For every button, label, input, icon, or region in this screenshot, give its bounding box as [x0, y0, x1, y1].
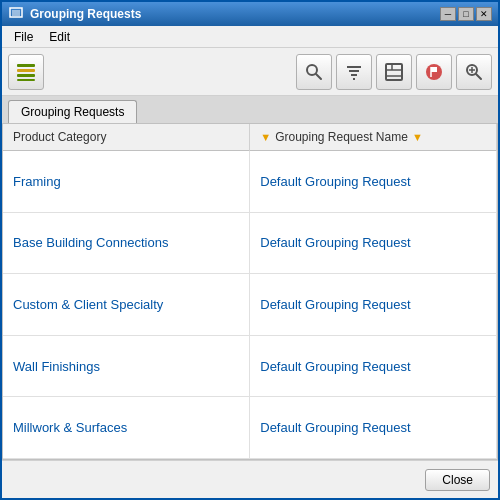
- grouping-request-name-link[interactable]: Default Grouping Request: [260, 297, 410, 312]
- expand-button[interactable]: [376, 54, 412, 90]
- grouping-request-name-link[interactable]: Default Grouping Request: [260, 235, 410, 250]
- bottom-bar: Close: [2, 460, 498, 498]
- menu-edit[interactable]: Edit: [41, 28, 78, 46]
- data-table: Product Category ▼ Grouping Request Name…: [3, 124, 497, 459]
- product-category-link[interactable]: Base Building Connections: [13, 235, 168, 250]
- list-view-button[interactable]: [8, 54, 44, 90]
- svg-line-9: [316, 74, 321, 79]
- svg-rect-14: [386, 64, 402, 80]
- column-header-grouping-request-name[interactable]: ▼ Grouping Request Name ▼: [250, 124, 497, 151]
- content-area: Product Category ▼ Grouping Request Name…: [2, 123, 498, 460]
- toolbar-left-group: [8, 54, 44, 90]
- app-icon: [8, 6, 24, 22]
- svg-rect-7: [17, 79, 35, 81]
- cell-grouping-request-name: Default Grouping Request: [250, 212, 497, 274]
- filter-list-button[interactable]: [336, 54, 372, 90]
- product-category-link[interactable]: Framing: [13, 174, 61, 189]
- tab-label: Grouping Requests: [21, 105, 124, 119]
- toolbar-right-group: [296, 54, 492, 90]
- toolbar: [2, 48, 498, 96]
- search-button[interactable]: [296, 54, 332, 90]
- cell-grouping-request-name: Default Grouping Request: [250, 335, 497, 397]
- minimize-button[interactable]: ─: [440, 7, 456, 21]
- cell-product-category: Custom & Client Specialty: [3, 274, 250, 336]
- svg-rect-5: [17, 69, 35, 72]
- grouping-requests-tab[interactable]: Grouping Requests: [8, 100, 137, 123]
- product-category-link[interactable]: Millwork & Surfaces: [13, 420, 127, 435]
- menu-bar: File Edit: [2, 26, 498, 48]
- svg-rect-6: [17, 74, 35, 77]
- table-row[interactable]: Wall FinishingsDefault Grouping Request: [3, 335, 497, 397]
- menu-file[interactable]: File: [6, 28, 41, 46]
- cell-product-category: Wall Finishings: [3, 335, 250, 397]
- cell-product-category: Framing: [3, 151, 250, 213]
- filter-active-icon: ▼: [412, 131, 423, 143]
- svg-line-21: [476, 74, 481, 79]
- close-window-button[interactable]: ✕: [476, 7, 492, 21]
- product-category-link[interactable]: Wall Finishings: [13, 359, 100, 374]
- product-category-link[interactable]: Custom & Client Specialty: [13, 297, 163, 312]
- main-window: Grouping Requests ─ □ ✕ File Edit: [0, 0, 500, 500]
- grouping-request-name-link[interactable]: Default Grouping Request: [260, 359, 410, 374]
- window-title: Grouping Requests: [30, 7, 440, 21]
- cell-product-category: Base Building Connections: [3, 212, 250, 274]
- tab-area: Grouping Requests: [2, 96, 498, 123]
- table-row[interactable]: Custom & Client SpecialtyDefault Groupin…: [3, 274, 497, 336]
- close-button[interactable]: Close: [425, 469, 490, 491]
- title-bar: Grouping Requests ─ □ ✕: [2, 2, 498, 26]
- column-header-product-category[interactable]: Product Category: [3, 124, 250, 151]
- cell-grouping-request-name: Default Grouping Request: [250, 151, 497, 213]
- table-header-row: Product Category ▼ Grouping Request Name…: [3, 124, 497, 151]
- cell-grouping-request-name: Default Grouping Request: [250, 397, 497, 459]
- window-controls: ─ □ ✕: [440, 7, 492, 21]
- table-row[interactable]: Base Building ConnectionsDefault Groupin…: [3, 212, 497, 274]
- table-row[interactable]: FramingDefault Grouping Request: [3, 151, 497, 213]
- zoom-button[interactable]: [456, 54, 492, 90]
- svg-rect-4: [17, 64, 35, 67]
- cell-product-category: Millwork & Surfaces: [3, 397, 250, 459]
- flag-button[interactable]: [416, 54, 452, 90]
- maximize-button[interactable]: □: [458, 7, 474, 21]
- table-row[interactable]: Millwork & SurfacesDefault Grouping Requ…: [3, 397, 497, 459]
- cell-grouping-request-name: Default Grouping Request: [250, 274, 497, 336]
- grouping-request-name-link[interactable]: Default Grouping Request: [260, 420, 410, 435]
- filter-icon: ▼: [260, 131, 271, 143]
- grouping-request-name-link[interactable]: Default Grouping Request: [260, 174, 410, 189]
